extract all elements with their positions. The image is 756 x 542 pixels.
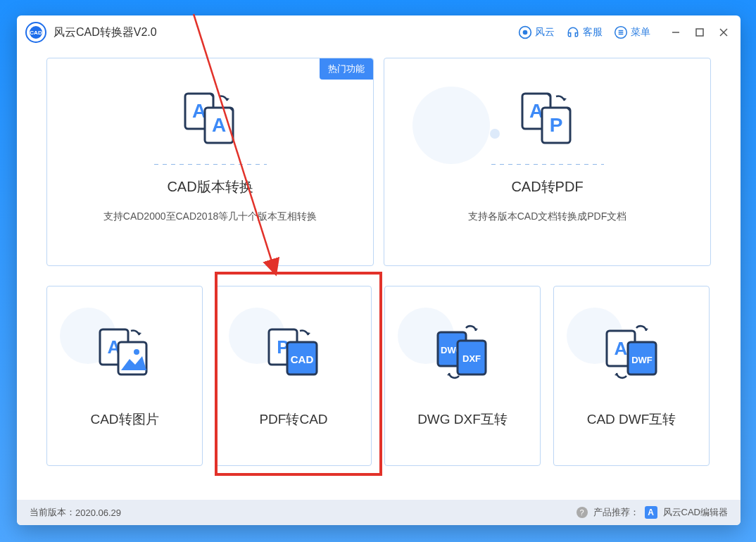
card-pdf-cad[interactable]: P CAD PDF转CAD: [215, 286, 372, 466]
divider: [154, 164, 267, 165]
card-desc: 支持CAD2000至CAD2018等几十个版本互相转换: [103, 210, 317, 223]
hot-badge: 热门功能: [320, 58, 373, 80]
bg-dot: [490, 129, 500, 139]
titlebar: CAD 风云CAD转换器V2.0 风云 客服: [17, 15, 741, 49]
app-logo-text: CAD: [30, 26, 42, 39]
help-icon[interactable]: ?: [577, 507, 588, 518]
row-tools: A CAD转图片 P CA: [46, 286, 711, 466]
fengyun-label: 风云: [535, 26, 555, 39]
app-logo: CAD: [25, 22, 46, 43]
headset-icon: [566, 25, 580, 39]
row-featured: 热门功能 A A CAD版本转换 支持CAD2000至CAD201: [46, 58, 711, 266]
minimize-icon: [671, 27, 681, 37]
status-version: 当前版本： 2020.06.29: [30, 506, 121, 519]
dwg-dxf-icon: DWG DXF: [431, 320, 494, 384]
cad-pdf-icon: A P: [512, 87, 583, 150]
svg-point-1: [523, 30, 528, 35]
svg-text:CAD: CAD: [291, 353, 314, 365]
svg-point-21: [134, 349, 139, 355]
svg-text:P: P: [549, 114, 562, 136]
card-title: PDF转CAD: [259, 410, 327, 429]
card-title: CAD转图片: [90, 410, 158, 429]
card-cad-version[interactable]: 热门功能 A A CAD版本转换 支持CAD2000至CAD201: [46, 58, 374, 266]
statusbar: 当前版本： 2020.06.29 ? 产品推荐： A 风云CAD编辑器: [17, 500, 741, 525]
close-icon: [719, 27, 729, 37]
card-desc: 支持各版本CAD文档转换成PDF文档: [468, 210, 627, 223]
svg-text:A: A: [615, 338, 628, 359]
menu-button[interactable]: 菜单: [614, 25, 650, 39]
cad-version-icon: A A: [175, 87, 246, 150]
maximize-icon: [695, 27, 705, 37]
status-recommend: ? 产品推荐： A 风云CAD编辑器: [577, 506, 728, 519]
support-label: 客服: [583, 26, 603, 39]
window-controls: [669, 25, 731, 39]
card-cad-pdf[interactable]: A P CAD转PDF 支持各版本CAD文档转换成PDF文档: [384, 58, 711, 266]
divider: [491, 164, 604, 165]
minimize-button[interactable]: [669, 25, 683, 39]
version-value: 2020.06.29: [75, 508, 121, 518]
bg-circle: [412, 87, 490, 164]
fengyun-button[interactable]: 风云: [518, 25, 555, 39]
product-badge-icon: A: [645, 506, 657, 519]
maximize-button[interactable]: [693, 25, 707, 39]
recommend-product[interactable]: 风云CAD编辑器: [663, 506, 728, 519]
cad-dwf-icon: A DWF: [600, 320, 663, 384]
target-icon: [518, 25, 532, 39]
support-button[interactable]: 客服: [566, 25, 603, 39]
card-dwg-dxf[interactable]: DWG DXF DWG DXF互转: [384, 286, 541, 466]
card-title: CAD DWF互转: [587, 410, 676, 429]
card-cad-dwf[interactable]: A DWF CAD DWF互转: [553, 286, 710, 466]
app-title: 风云CAD转换器V2.0: [53, 25, 157, 40]
card-cad-image[interactable]: A CAD转图片: [46, 286, 203, 466]
content: 热门功能 A A CAD版本转换 支持CAD2000至CAD201: [17, 49, 741, 500]
recommend-label: 产品推荐：: [593, 506, 639, 519]
card-title: DWG DXF互转: [417, 410, 508, 429]
version-label: 当前版本：: [30, 506, 75, 519]
card-title: CAD转PDF: [511, 177, 583, 196]
svg-text:DWF: DWF: [631, 355, 653, 365]
pdf-cad-icon: P CAD: [262, 320, 325, 384]
menu-icon: [614, 25, 628, 39]
menu-label: 菜单: [631, 26, 650, 39]
svg-rect-7: [696, 29, 703, 36]
svg-text:DXF: DXF: [462, 353, 481, 364]
app-window: CAD 风云CAD转换器V2.0 风云 客服: [17, 15, 741, 525]
card-title: CAD版本转换: [167, 177, 253, 196]
svg-text:A: A: [211, 114, 225, 136]
cad-image-icon: A: [93, 320, 156, 384]
close-button[interactable]: [717, 25, 731, 39]
title-actions: 风云 客服 菜单: [518, 25, 731, 39]
